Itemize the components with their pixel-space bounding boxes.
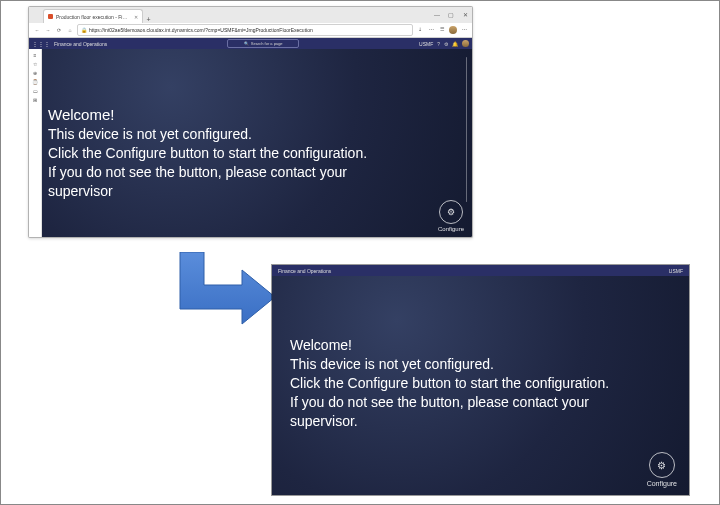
browser-actions: ⤓ ⋯ ☰ ⋯ <box>416 26 468 34</box>
app-brand: Finance and Operations <box>54 41 107 47</box>
configure-label: Configure <box>647 480 677 487</box>
app-surface: Welcome! This device is not yet configur… <box>272 276 689 495</box>
welcome-line: This device is not yet configured. <box>48 126 252 142</box>
browser-tabstrip: Production floor execution - Fi… ✕ + — ▢… <box>29 7 472 23</box>
welcome-heading: Welcome! <box>48 106 114 123</box>
welcome-line: If you do not see the button, please con… <box>290 394 589 410</box>
home-button[interactable]: ⌂ <box>66 27 74 33</box>
welcome-line: supervisor. <box>290 413 358 429</box>
configure-button[interactable]: ⚙ Configure <box>438 200 464 232</box>
browser-toolbar: ← → ⟳ ⌂ 🔒 https://int02ae5fdemoaos.cloud… <box>29 23 472 38</box>
extension-icon[interactable]: ⤓ <box>416 26 424 34</box>
app-topbar: ⋮⋮⋮ Finance and Operations 🔍 Search for … <box>29 38 472 49</box>
welcome-message: Welcome! This device is not yet configur… <box>48 105 454 201</box>
welcome-line: supervisor <box>48 183 113 199</box>
refresh-button[interactable]: ⟳ <box>55 27 63 33</box>
close-tab-icon[interactable]: ✕ <box>134 14 138 20</box>
configure-button[interactable]: ⚙ Configure <box>647 452 677 487</box>
bell-icon[interactable]: 🔔 <box>452 41 458 47</box>
window-controls: — ▢ ✕ <box>430 7 472 23</box>
close-window-button[interactable]: ✕ <box>458 7 472 23</box>
rail-workspace-icon[interactable]: ▭ <box>33 88 38 94</box>
tab-title: Production floor execution - Fi… <box>56 14 127 20</box>
screenshot-after: Finance and Operations USMF Welcome! Thi… <box>271 264 690 496</box>
configure-label: Configure <box>438 226 464 232</box>
welcome-line: If you do not see the button, please con… <box>48 164 347 180</box>
forward-button[interactable]: → <box>44 27 52 33</box>
rail-clock-icon[interactable]: ⌚ <box>32 79 38 85</box>
favicon-icon <box>48 14 53 19</box>
help-icon[interactable]: ? <box>437 41 440 47</box>
rail-menu-icon[interactable]: ≡ <box>34 52 37 58</box>
welcome-heading: Welcome! <box>290 337 352 353</box>
gear-icon[interactable]: ⚙ <box>444 41 448 47</box>
search-placeholder: Search for a page <box>251 41 283 46</box>
company-picker[interactable]: USMF <box>419 41 433 47</box>
rail-modules-icon[interactable]: ⊞ <box>33 97 37 103</box>
app-brand: Finance and Operations <box>278 268 331 274</box>
app-launcher-icon[interactable]: ⋮⋮⋮ <box>32 40 50 47</box>
transition-arrow-icon <box>172 252 277 332</box>
lock-icon: 🔒 <box>81 27 87 33</box>
company-picker[interactable]: USMF <box>669 268 683 274</box>
welcome-line: Click the Configure button to start the … <box>290 375 609 391</box>
extension-icon[interactable]: ☰ <box>438 26 446 34</box>
menu-icon[interactable]: ⋯ <box>460 26 468 34</box>
app-surface: Welcome! This device is not yet configur… <box>42 49 472 238</box>
search-icon: 🔍 <box>244 41 249 46</box>
welcome-message: Welcome! This device is not yet configur… <box>290 336 659 431</box>
rail-recent-icon[interactable]: ⊕ <box>33 70 37 76</box>
search-box[interactable]: 🔍 Search for a page <box>227 39 299 48</box>
app-topbar: Finance and Operations USMF <box>272 265 689 276</box>
extension-icon[interactable]: ⋯ <box>427 26 435 34</box>
rail-favorite-icon[interactable]: ☆ <box>33 61 37 67</box>
browser-tab[interactable]: Production floor execution - Fi… ✕ <box>43 9 143 23</box>
maximize-button[interactable]: ▢ <box>444 7 458 23</box>
screenshot-before: Production floor execution - Fi… ✕ + — ▢… <box>28 6 473 238</box>
welcome-line: Click the Configure button to start the … <box>48 145 367 161</box>
welcome-line: This device is not yet configured. <box>290 356 494 372</box>
nav-rail: ≡ ☆ ⊕ ⌚ ▭ ⊞ <box>29 49 42 238</box>
gear-icon: ⚙ <box>439 200 463 224</box>
back-button[interactable]: ← <box>33 27 41 33</box>
minimize-button[interactable]: — <box>430 7 444 23</box>
profile-avatar[interactable] <box>449 26 457 34</box>
scrollbar[interactable] <box>466 57 467 202</box>
new-tab-button[interactable]: + <box>143 16 153 23</box>
url-text: https://int02ae5fdemoaos.cloudax.int.dyn… <box>89 27 313 33</box>
user-avatar[interactable] <box>462 40 469 47</box>
gear-icon: ⚙ <box>649 452 675 478</box>
address-bar[interactable]: 🔒 https://int02ae5fdemoaos.cloudax.int.d… <box>77 24 413 36</box>
